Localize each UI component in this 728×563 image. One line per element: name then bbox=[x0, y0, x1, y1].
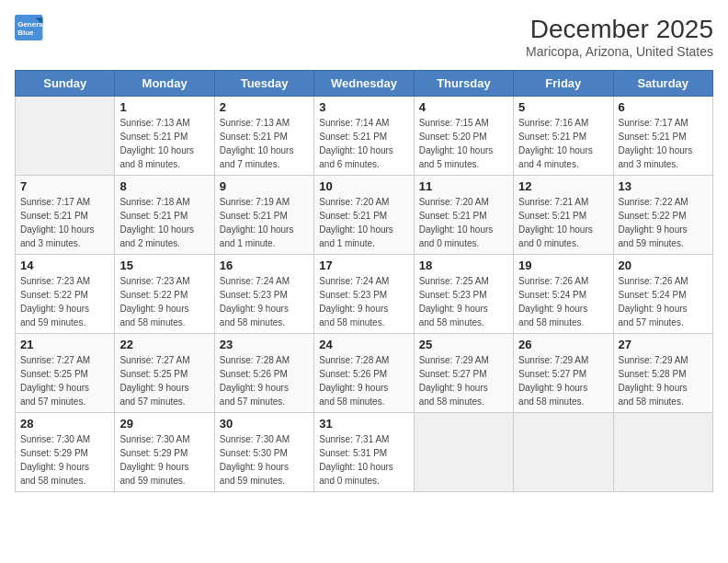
day-info: Sunrise: 7:15 AM Sunset: 5:20 PM Dayligh… bbox=[419, 116, 508, 171]
day-cell: 7Sunrise: 7:17 AM Sunset: 5:21 PM Daylig… bbox=[16, 176, 115, 255]
header-row: SundayMondayTuesdayWednesdayThursdayFrid… bbox=[16, 71, 713, 97]
week-row-1: 1Sunrise: 7:13 AM Sunset: 5:21 PM Daylig… bbox=[16, 97, 713, 176]
header: General Blue December 2025 Maricopa, Ari… bbox=[15, 15, 713, 59]
day-number: 30 bbox=[220, 417, 309, 431]
day-number: 18 bbox=[419, 259, 508, 272]
day-info: Sunrise: 7:24 AM Sunset: 5:23 PM Dayligh… bbox=[220, 274, 309, 329]
day-cell: 21Sunrise: 7:27 AM Sunset: 5:25 PM Dayli… bbox=[16, 334, 115, 413]
day-cell: 16Sunrise: 7:24 AM Sunset: 5:23 PM Dayli… bbox=[214, 255, 313, 334]
day-cell: 19Sunrise: 7:26 AM Sunset: 5:24 PM Dayli… bbox=[514, 255, 613, 334]
day-header-friday: Friday bbox=[514, 71, 613, 97]
day-cell: 27Sunrise: 7:29 AM Sunset: 5:28 PM Dayli… bbox=[613, 334, 712, 413]
day-cell: 9Sunrise: 7:19 AM Sunset: 5:21 PM Daylig… bbox=[214, 176, 313, 255]
day-cell bbox=[16, 97, 115, 176]
day-info: Sunrise: 7:29 AM Sunset: 5:27 PM Dayligh… bbox=[518, 353, 608, 408]
day-cell: 1Sunrise: 7:13 AM Sunset: 5:21 PM Daylig… bbox=[115, 97, 214, 176]
day-info: Sunrise: 7:29 AM Sunset: 5:28 PM Dayligh… bbox=[619, 353, 708, 408]
day-number: 15 bbox=[119, 259, 209, 272]
day-info: Sunrise: 7:24 AM Sunset: 5:23 PM Dayligh… bbox=[319, 274, 408, 329]
day-number: 28 bbox=[20, 417, 109, 431]
day-number: 9 bbox=[220, 179, 309, 193]
day-cell: 28Sunrise: 7:30 AM Sunset: 5:29 PM Dayli… bbox=[16, 413, 115, 492]
day-number: 21 bbox=[20, 338, 109, 351]
day-info: Sunrise: 7:30 AM Sunset: 5:29 PM Dayligh… bbox=[119, 432, 209, 488]
calendar-table: SundayMondayTuesdayWednesdayThursdayFrid… bbox=[15, 70, 713, 492]
day-cell: 29Sunrise: 7:30 AM Sunset: 5:29 PM Dayli… bbox=[115, 413, 214, 492]
day-info: Sunrise: 7:13 AM Sunset: 5:21 PM Dayligh… bbox=[119, 116, 209, 171]
day-header-monday: Monday bbox=[115, 71, 214, 97]
week-row-4: 21Sunrise: 7:27 AM Sunset: 5:25 PM Dayli… bbox=[16, 334, 713, 413]
day-info: Sunrise: 7:21 AM Sunset: 5:21 PM Dayligh… bbox=[518, 195, 608, 250]
day-info: Sunrise: 7:29 AM Sunset: 5:27 PM Dayligh… bbox=[419, 353, 508, 408]
day-info: Sunrise: 7:31 AM Sunset: 5:31 PM Dayligh… bbox=[319, 432, 408, 488]
day-number: 29 bbox=[119, 417, 209, 431]
day-cell: 4Sunrise: 7:15 AM Sunset: 5:20 PM Daylig… bbox=[414, 97, 513, 176]
day-cell: 2Sunrise: 7:13 AM Sunset: 5:21 PM Daylig… bbox=[214, 97, 313, 176]
day-cell: 8Sunrise: 7:18 AM Sunset: 5:21 PM Daylig… bbox=[115, 176, 214, 255]
week-row-2: 7Sunrise: 7:17 AM Sunset: 5:21 PM Daylig… bbox=[16, 176, 713, 255]
day-header-wednesday: Wednesday bbox=[314, 71, 414, 97]
day-info: Sunrise: 7:28 AM Sunset: 5:26 PM Dayligh… bbox=[319, 353, 408, 408]
day-header-thursday: Thursday bbox=[414, 71, 513, 97]
day-cell: 5Sunrise: 7:16 AM Sunset: 5:21 PM Daylig… bbox=[514, 97, 613, 176]
svg-text:Blue: Blue bbox=[17, 29, 34, 37]
day-info: Sunrise: 7:28 AM Sunset: 5:26 PM Dayligh… bbox=[220, 353, 309, 408]
day-cell: 11Sunrise: 7:20 AM Sunset: 5:21 PM Dayli… bbox=[414, 176, 513, 255]
day-header-sunday: Sunday bbox=[16, 71, 115, 97]
calendar-subtitle: Maricopa, Arizona, United States bbox=[526, 44, 713, 59]
day-number: 20 bbox=[619, 259, 708, 272]
day-cell: 20Sunrise: 7:26 AM Sunset: 5:24 PM Dayli… bbox=[613, 255, 712, 334]
day-cell bbox=[414, 413, 513, 492]
day-number: 11 bbox=[419, 179, 508, 193]
day-number: 12 bbox=[518, 179, 608, 193]
day-info: Sunrise: 7:22 AM Sunset: 5:22 PM Dayligh… bbox=[619, 195, 708, 250]
day-cell: 18Sunrise: 7:25 AM Sunset: 5:23 PM Dayli… bbox=[414, 255, 513, 334]
day-info: Sunrise: 7:18 AM Sunset: 5:21 PM Dayligh… bbox=[119, 195, 209, 250]
title-area: December 2025 Maricopa, Arizona, United … bbox=[526, 15, 713, 59]
day-number: 13 bbox=[619, 179, 708, 193]
week-row-5: 28Sunrise: 7:30 AM Sunset: 5:29 PM Dayli… bbox=[16, 413, 713, 492]
day-cell: 25Sunrise: 7:29 AM Sunset: 5:27 PM Dayli… bbox=[414, 334, 513, 413]
svg-text:General: General bbox=[17, 20, 44, 29]
day-cell: 13Sunrise: 7:22 AM Sunset: 5:22 PM Dayli… bbox=[613, 176, 712, 255]
day-number: 4 bbox=[419, 100, 508, 114]
day-number: 26 bbox=[518, 338, 608, 351]
day-number: 17 bbox=[319, 259, 408, 272]
day-cell: 6Sunrise: 7:17 AM Sunset: 5:21 PM Daylig… bbox=[613, 97, 712, 176]
week-row-3: 14Sunrise: 7:23 AM Sunset: 5:22 PM Dayli… bbox=[16, 255, 713, 334]
day-info: Sunrise: 7:14 AM Sunset: 5:21 PM Dayligh… bbox=[319, 116, 408, 171]
day-cell: 3Sunrise: 7:14 AM Sunset: 5:21 PM Daylig… bbox=[314, 97, 414, 176]
day-number: 23 bbox=[220, 338, 309, 351]
day-cell: 14Sunrise: 7:23 AM Sunset: 5:22 PM Dayli… bbox=[16, 255, 115, 334]
day-info: Sunrise: 7:23 AM Sunset: 5:22 PM Dayligh… bbox=[119, 274, 209, 329]
day-info: Sunrise: 7:26 AM Sunset: 5:24 PM Dayligh… bbox=[619, 274, 708, 329]
day-info: Sunrise: 7:30 AM Sunset: 5:30 PM Dayligh… bbox=[220, 432, 309, 488]
day-number: 10 bbox=[319, 179, 408, 193]
day-number: 27 bbox=[619, 338, 708, 351]
day-cell: 24Sunrise: 7:28 AM Sunset: 5:26 PM Dayli… bbox=[314, 334, 414, 413]
day-number: 8 bbox=[119, 179, 209, 193]
day-cell: 10Sunrise: 7:20 AM Sunset: 5:21 PM Dayli… bbox=[314, 176, 414, 255]
day-cell: 22Sunrise: 7:27 AM Sunset: 5:25 PM Dayli… bbox=[115, 334, 214, 413]
day-cell: 30Sunrise: 7:30 AM Sunset: 5:30 PM Dayli… bbox=[214, 413, 313, 492]
day-cell bbox=[613, 413, 712, 492]
day-number: 19 bbox=[518, 259, 608, 272]
day-cell: 23Sunrise: 7:28 AM Sunset: 5:26 PM Dayli… bbox=[214, 334, 313, 413]
day-info: Sunrise: 7:20 AM Sunset: 5:21 PM Dayligh… bbox=[319, 195, 408, 250]
day-info: Sunrise: 7:19 AM Sunset: 5:21 PM Dayligh… bbox=[220, 195, 309, 250]
day-number: 1 bbox=[119, 100, 209, 114]
day-info: Sunrise: 7:20 AM Sunset: 5:21 PM Dayligh… bbox=[419, 195, 508, 250]
day-number: 31 bbox=[319, 417, 408, 431]
day-number: 6 bbox=[619, 100, 708, 114]
day-number: 25 bbox=[419, 338, 508, 351]
logo-icon: General Blue bbox=[15, 15, 44, 40]
day-cell bbox=[514, 413, 613, 492]
day-info: Sunrise: 7:25 AM Sunset: 5:23 PM Dayligh… bbox=[419, 274, 508, 329]
day-info: Sunrise: 7:16 AM Sunset: 5:21 PM Dayligh… bbox=[518, 116, 608, 171]
day-cell: 17Sunrise: 7:24 AM Sunset: 5:23 PM Dayli… bbox=[314, 255, 414, 334]
day-header-tuesday: Tuesday bbox=[214, 71, 313, 97]
day-header-saturday: Saturday bbox=[613, 71, 712, 97]
day-info: Sunrise: 7:17 AM Sunset: 5:21 PM Dayligh… bbox=[20, 195, 109, 250]
day-number: 7 bbox=[20, 179, 109, 193]
day-number: 16 bbox=[220, 259, 309, 272]
